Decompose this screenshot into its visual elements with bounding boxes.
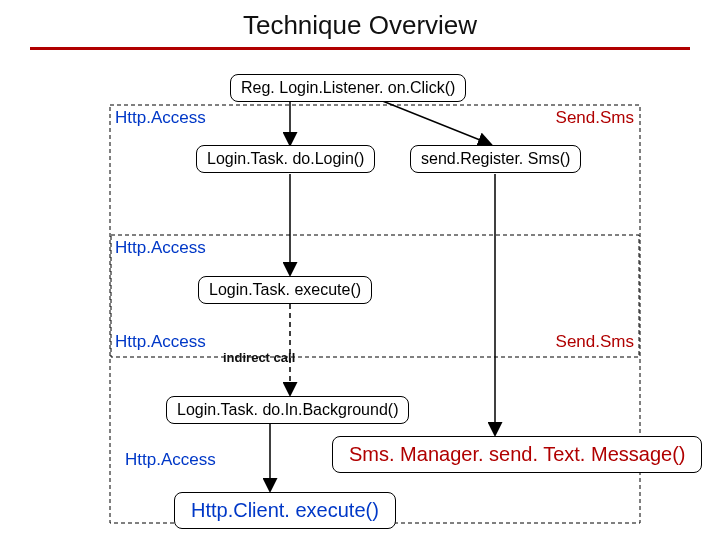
node-doLogin: Login.Task. do.Login() [196,145,375,173]
node-doInBackground: Login.Task. do.In.Background() [166,396,409,424]
node-smsManager: Sms. Manager. send. Text. Message() [332,436,702,473]
page-title: Technique Overview [0,10,720,41]
label-sendsms-2: Send.Sms [556,332,634,352]
node-root: Reg. Login.Listener. on.Click() [230,74,466,102]
label-httpaccess-2: Http.Access [115,238,206,258]
node-execute: Login.Task. execute() [198,276,372,304]
label-httpaccess-3: Http.Access [115,332,206,352]
node-httpExecute: Http.Client. execute() [174,492,396,529]
label-sendsms-1: Send.Sms [556,108,634,128]
label-httpaccess-1: Http.Access [115,108,206,128]
node-sendRegister: send.Register. Sms() [410,145,581,173]
diagram-canvas: Reg. Login.Listener. on.Click() Http.Acc… [0,50,720,530]
label-httpaccess-4: Http.Access [125,450,216,470]
svg-line-3 [380,100,490,144]
indirect-call-label: indirect call [223,350,295,365]
